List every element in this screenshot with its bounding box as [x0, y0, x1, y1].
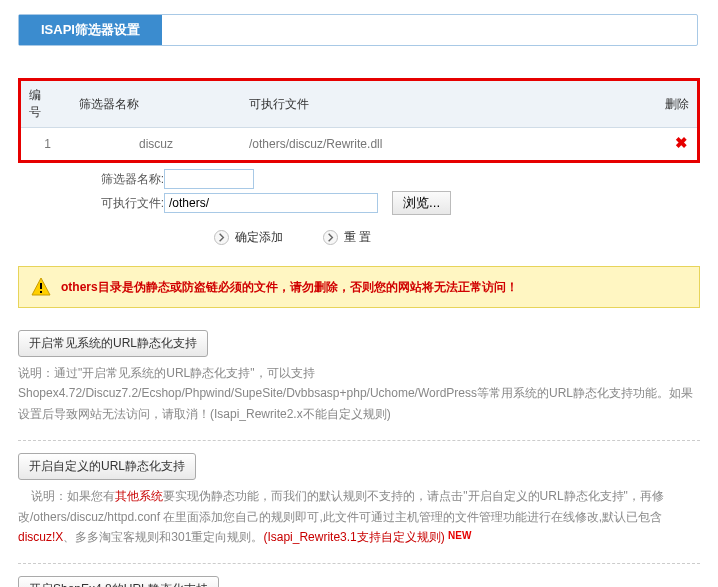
warning-icon — [31, 277, 51, 297]
exec-file-input[interactable] — [164, 193, 378, 213]
warning-alert: others目录是伪静态或防盗链必须的文件，请勿删除，否则您的网站将无法正常访问… — [18, 266, 700, 308]
divider — [18, 440, 700, 441]
cell-file: /others/discuz/Rewrite.dll — [241, 128, 647, 161]
confirm-add-label: 确定添加 — [235, 229, 283, 246]
confirm-add-button[interactable]: 确定添加 — [214, 229, 283, 246]
th-name: 筛选器名称 — [71, 81, 241, 128]
divider — [18, 563, 700, 564]
table-row: 1 discuz /others/discuz/Rewrite.dll ✖ — [21, 128, 697, 161]
section-shopex-url: 开启ShopEx4.8的URL静态化支持 说明：通过"开启ShopEx4.8的U… — [18, 576, 700, 587]
svg-rect-3 — [40, 291, 42, 293]
title-bar: ISAPI筛选器设置 — [18, 14, 698, 46]
page-title: ISAPI筛选器设置 — [19, 15, 162, 45]
cell-name: discuz — [71, 128, 241, 161]
filter-name-input[interactable] — [164, 169, 254, 189]
browse-button[interactable]: 浏览... — [392, 191, 451, 215]
other-system-text: 其他系统 — [115, 489, 163, 503]
svg-rect-2 — [40, 283, 42, 289]
common-url-desc: 说明：通过"开启常见系统的URL静态化支持"，可以支持 Shopex4.72/D… — [18, 363, 700, 424]
chevron-right-icon — [214, 230, 229, 245]
filter-table: 编号 筛选器名称 可执行文件 删除 1 discuz /others/discu… — [21, 81, 697, 160]
th-number: 编号 — [21, 81, 71, 128]
section-custom-url: 开启自定义的URL静态化支持 说明：如果您有其他系统要实现伪静态功能，而我们的默… — [18, 453, 700, 547]
cell-number: 1 — [21, 128, 71, 161]
isapi-note: (Isapi_Rewrite3.1支持自定义规则) — [263, 530, 444, 544]
enable-custom-url-button[interactable]: 开启自定义的URL静态化支持 — [18, 453, 196, 480]
enable-shopex-url-button[interactable]: 开启ShopEx4.8的URL静态化支持 — [18, 576, 219, 587]
delete-icon[interactable]: ✖ — [673, 136, 689, 152]
custom-url-desc: 说明：如果您有其他系统要实现伪静态功能，而我们的默认规则不支持的，请点击"开启自… — [18, 486, 700, 547]
filter-name-label: 筛选器名称: — [78, 171, 164, 188]
svg-point-0 — [214, 230, 228, 244]
exec-file-label: 可执行文件: — [78, 195, 164, 212]
th-file: 可执行文件 — [241, 81, 647, 128]
reset-button[interactable]: 重 置 — [323, 229, 371, 246]
reset-label: 重 置 — [344, 229, 371, 246]
discuz-x-link[interactable]: discuz!X — [18, 530, 63, 544]
th-delete: 删除 — [647, 81, 697, 128]
svg-point-1 — [323, 230, 337, 244]
section-common-url: 开启常见系统的URL静态化支持 说明：通过"开启常见系统的URL静态化支持"，可… — [18, 330, 700, 424]
warning-text: others目录是伪静态或防盗链必须的文件，请勿删除，否则您的网站将无法正常访问… — [61, 279, 518, 296]
chevron-right-icon — [323, 230, 338, 245]
enable-common-url-button[interactable]: 开启常见系统的URL静态化支持 — [18, 330, 208, 357]
filter-table-highlighted: 编号 筛选器名称 可执行文件 删除 1 discuz /others/discu… — [18, 78, 700, 163]
new-badge: NEW — [448, 530, 471, 541]
